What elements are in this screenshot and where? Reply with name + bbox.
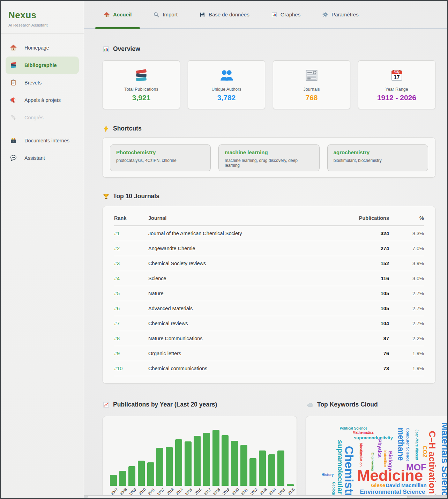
shortcut-title: agrochemistry: [334, 149, 422, 155]
journal-row: #9Organic letters761.9%: [114, 346, 424, 361]
journal-name: Chemical communications: [148, 366, 347, 371]
x-tick-label: 2015: [184, 487, 193, 496]
journals-table: Rank Journal Publications % #1Journal of…: [103, 206, 435, 383]
sidebar-item-documents-internes[interactable]: Documents internes: [6, 132, 79, 149]
shortcut-keywords: biostimulant, biochemistry: [334, 158, 422, 163]
x-tick-label: 2020: [231, 487, 239, 496]
sidebar-item-label: Congrès: [24, 115, 44, 120]
journal-rank: #5: [114, 291, 148, 296]
keyword-materials-science: Materials Science: [440, 423, 448, 499]
bar-2021: [240, 445, 247, 486]
shortcut-card-agrochemistry[interactable]: agrochemistrybiostimulant, biochemistry: [327, 144, 428, 171]
bar-2022: [249, 458, 256, 486]
journal-percent: 2.2%: [389, 336, 424, 341]
charts-headings: Publications by Year (Last 20 years) Top…: [103, 401, 448, 408]
books-icon: [10, 61, 17, 69]
sidebar-item-homepage[interactable]: Homepage: [6, 39, 79, 57]
journal-publications: 73: [347, 366, 389, 371]
sidebar-item-label: Appels à projets: [24, 97, 61, 103]
shortcut-card-machine-learning[interactable]: machine learningmachine learning, drug d…: [218, 144, 319, 171]
keyword-cloud: Political ScienceMathematicssupraconduct…: [306, 416, 448, 499]
journals-heading: Top 10 Journals: [103, 193, 448, 200]
scrollbar-thumb[interactable]: [87, 496, 408, 498]
tab-parametres[interactable]: Paramètres: [314, 1, 367, 28]
main-area: AccueilImportBase de donnéesGraphesParam…: [84, 1, 448, 498]
journal-row: #5Nature1052.7%: [114, 286, 424, 301]
publications-bar-chart: 2007200820092010201120122013201420152016…: [103, 416, 297, 498]
microphone-icon: [10, 114, 17, 121]
sidebar-item-assistant[interactable]: Assistant: [6, 149, 79, 167]
sidebar-item-congres[interactable]: Congrès: [6, 109, 79, 126]
sidebar-item-appels-a-projets[interactable]: Appels à projets: [6, 91, 79, 109]
tab-graphes[interactable]: Graphes: [263, 1, 309, 28]
chart-up-icon: [103, 401, 110, 408]
bar-2012: [156, 448, 163, 486]
journal-rank: #6: [114, 306, 148, 311]
keyword-co2: CO2: [422, 446, 427, 457]
journal-row: #7Chemical reviews1042.7%: [114, 316, 424, 331]
col-rank: Rank: [114, 215, 148, 221]
tab-base-de-donnees[interactable]: Base de données: [191, 1, 258, 28]
x-tick-label: 2023: [259, 487, 267, 496]
overview-heading: Overview: [103, 45, 448, 53]
shortcut-card-photochemistry[interactable]: Photochemistryphotocatalysis, 4CzIPN, ch…: [110, 144, 211, 171]
stat-card-year-range: July17Year Range1912 - 2026: [358, 60, 435, 109]
journal-percent: 3.9%: [389, 261, 424, 266]
bar-2009: [128, 466, 135, 486]
tab-accueil[interactable]: Accueil: [95, 1, 140, 28]
stat-value: 3,782: [217, 94, 236, 102]
journal-row: #6Advanced Materials1052.7%: [114, 301, 424, 316]
newspaper-icon: [304, 68, 319, 83]
app-title: Nexus: [8, 10, 76, 21]
bar-2024: [268, 454, 275, 486]
keyword-cloud-heading: Top Keywords Cloud: [307, 401, 378, 408]
horizontal-scrollbar[interactable]: [84, 495, 448, 498]
stat-label: Journals: [303, 87, 320, 92]
x-tick-label: 2010: [138, 487, 147, 496]
journal-percent: 1.9%: [389, 366, 424, 371]
journal-name: Chemical reviews: [148, 321, 347, 326]
col-journal: Journal: [148, 215, 347, 221]
sidebar-item-label: Assistant: [24, 155, 45, 161]
keyword-mathematics: Mathematics: [353, 431, 374, 434]
bar-2019: [222, 435, 229, 486]
x-tick-label: 2018: [212, 487, 221, 496]
x-tick-label: 2008: [119, 487, 128, 496]
magnifier-icon: [153, 12, 159, 18]
sidebar-item-bibliographie[interactable]: Bibliographie: [6, 57, 79, 74]
bar-2015: [185, 441, 192, 486]
x-tick-label: 2011: [147, 487, 156, 496]
content: Overview Total Publications3,921Unique A…: [84, 29, 448, 499]
keyword-history: History: [322, 473, 334, 477]
journal-rank: #4: [114, 276, 148, 281]
journal-row: #3Chemical Society reviews1523.9%: [114, 256, 424, 271]
sidebar-item-brevets[interactable]: Brevets: [6, 74, 79, 91]
stat-value: 1912 - 2026: [377, 94, 416, 102]
stat-label: Year Range: [385, 87, 408, 92]
journal-percent: 7.0%: [389, 246, 424, 251]
trophy-icon: [103, 193, 110, 200]
keyword-biofertilizer: biofertilizer: [383, 450, 387, 468]
journal-publications: 324: [347, 231, 389, 236]
journal-rank: #1: [114, 231, 148, 236]
stat-card-total-publications: Total Publications3,921: [103, 60, 180, 109]
keyword-physics: Physics: [377, 439, 382, 458]
shortcut-title: Photochemistry: [116, 149, 204, 155]
bar-2017: [203, 433, 210, 486]
floppy-icon: [199, 12, 206, 18]
shortcut-keywords: machine learning, drug discovery, deep l…: [225, 158, 313, 168]
journal-percent: 2.7%: [389, 321, 424, 326]
x-tick-label: 2009: [128, 487, 137, 496]
app-window: Nexus AI Research Assistant HomepageBibl…: [0, 0, 448, 499]
x-tick-label: 2024: [268, 487, 277, 496]
tab-import[interactable]: Import: [145, 1, 186, 28]
shortcuts-heading: Shortcuts: [103, 125, 448, 132]
x-tick-label: 2022: [249, 487, 258, 496]
keyword-supraconductivity: supraconductivity: [354, 435, 393, 440]
pubs-by-year-heading: Publications by Year (Last 20 years): [103, 401, 297, 408]
bar-2011: [147, 462, 154, 486]
journal-percent: 3.0%: [389, 276, 424, 281]
journal-percent: 1.9%: [389, 351, 424, 356]
stat-value: 768: [305, 94, 318, 102]
sidebar-item-label: Homepage: [24, 45, 49, 51]
